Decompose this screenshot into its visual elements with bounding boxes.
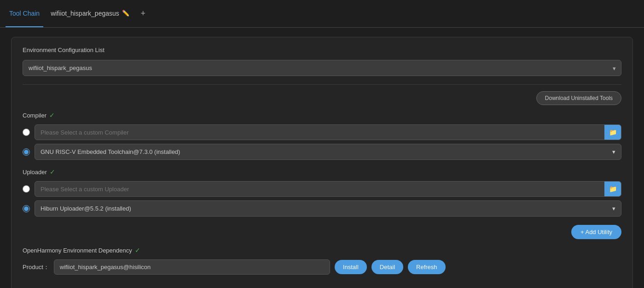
add-utility-row: + Add Utility bbox=[23, 225, 621, 247]
env-config-section: Environment Configuration List wifiiot_h… bbox=[23, 47, 621, 76]
install-button[interactable]: Install bbox=[335, 260, 367, 274]
env-config-select[interactable]: wifiiot_hispark_pegasus bbox=[23, 60, 621, 76]
openharmony-header: OpenHarmony Environment Dependency ✓ bbox=[23, 247, 621, 254]
uploader-custom-row: 📁 bbox=[23, 181, 621, 197]
compiler-folder-button[interactable]: 📁 bbox=[604, 125, 621, 140]
uploader-custom-input[interactable] bbox=[35, 182, 604, 196]
compiler-custom-input-wrapper: 📁 bbox=[35, 124, 621, 140]
uploader-title: Uploader bbox=[23, 169, 47, 176]
product-label: Product： bbox=[23, 263, 49, 271]
compiler-custom-radio[interactable] bbox=[23, 129, 30, 136]
download-uninstalled-button[interactable]: Download Uninstalled Tools bbox=[536, 91, 621, 105]
uploader-selected-label: Hiburn Uploader@5.5.2 (installed) bbox=[41, 205, 131, 212]
divider-1 bbox=[23, 84, 621, 85]
product-input[interactable] bbox=[54, 259, 330, 275]
compiler-selected-box[interactable]: GNU RISC-V Embedded Toolchain@7.3.0 (ins… bbox=[35, 144, 621, 160]
openharmony-section: OpenHarmony Environment Dependency ✓ Pro… bbox=[23, 247, 621, 275]
env-config-select-wrapper[interactable]: wifiiot_hispark_pegasus ▾ bbox=[23, 60, 621, 76]
uploader-check-icon: ✓ bbox=[50, 168, 55, 176]
main-content: Environment Configuration List wifiiot_h… bbox=[0, 28, 644, 288]
add-utility-button[interactable]: + Add Utility bbox=[571, 225, 621, 239]
uploader-custom-input-wrapper: 📁 bbox=[35, 181, 621, 197]
openharmony-title: OpenHarmony Environment Dependency bbox=[23, 247, 132, 254]
detail-button[interactable]: Detail bbox=[371, 260, 403, 274]
compiler-chevron-icon: ▾ bbox=[612, 148, 615, 155]
uploader-folder-button[interactable]: 📁 bbox=[604, 182, 621, 196]
uploader-selected-radio[interactable] bbox=[23, 205, 30, 212]
compiler-header: Compiler ✓ bbox=[23, 112, 621, 119]
refresh-button[interactable]: Refresh bbox=[408, 260, 446, 274]
tab-tool-chain[interactable]: Tool Chain bbox=[6, 0, 43, 27]
uploader-section: Uploader ✓ 📁 Hiburn Uploader@5.5.2 (inst… bbox=[23, 168, 621, 217]
download-row: Download Uninstalled Tools bbox=[23, 91, 621, 105]
env-config-title: Environment Configuration List bbox=[23, 47, 621, 53]
uploader-folder-icon: 📁 bbox=[609, 185, 617, 193]
compiler-title: Compiler bbox=[23, 112, 46, 119]
product-row: Product： Install Detail Refresh bbox=[23, 259, 621, 275]
uploader-chevron-icon: ▾ bbox=[612, 205, 615, 212]
tab-tool-chain-label: Tool Chain bbox=[9, 10, 40, 17]
uploader-header: Uploader ✓ bbox=[23, 168, 621, 176]
tab-wifiiot[interactable]: wifiiot_hispark_pegasus ✏️ bbox=[47, 0, 133, 27]
uploader-selected-row: Hiburn Uploader@5.5.2 (installed) ▾ bbox=[23, 200, 621, 217]
openharmony-check-icon: ✓ bbox=[135, 247, 140, 254]
add-tab-button[interactable]: + bbox=[137, 7, 150, 20]
folder-icon: 📁 bbox=[609, 129, 617, 136]
compiler-custom-input[interactable] bbox=[35, 125, 604, 140]
tab-bar: Tool Chain wifiiot_hispark_pegasus ✏️ + bbox=[0, 0, 644, 28]
uploader-custom-radio[interactable] bbox=[23, 185, 30, 193]
compiler-selected-radio[interactable] bbox=[23, 148, 30, 156]
compiler-custom-row: 📁 bbox=[23, 124, 621, 140]
compiler-selected-row: GNU RISC-V Embedded Toolchain@7.3.0 (ins… bbox=[23, 144, 621, 160]
compiler-check-icon: ✓ bbox=[49, 112, 55, 119]
main-panel: Environment Configuration List wifiiot_h… bbox=[11, 37, 633, 288]
uploader-selected-box[interactable]: Hiburn Uploader@5.5.2 (installed) ▾ bbox=[35, 200, 621, 217]
tab-wifiiot-label: wifiiot_hispark_pegasus bbox=[51, 10, 119, 17]
compiler-selected-label: GNU RISC-V Embedded Toolchain@7.3.0 (ins… bbox=[41, 148, 180, 155]
compiler-section: Compiler ✓ 📁 GNU RISC-V Embedded Toolcha… bbox=[23, 112, 621, 160]
edit-icon[interactable]: ✏️ bbox=[122, 10, 129, 17]
